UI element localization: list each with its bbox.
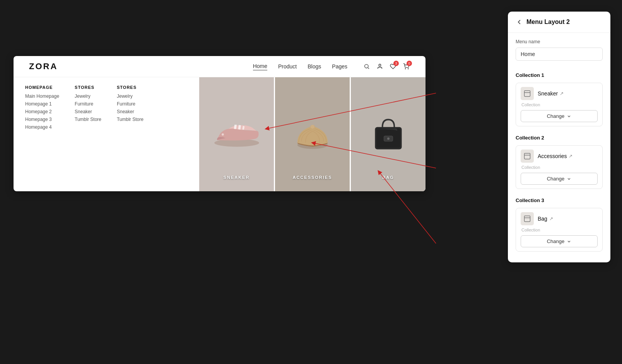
list-item[interactable]: Main Homepage [25, 94, 59, 99]
svg-point-6 [222, 133, 224, 136]
list-item[interactable]: Furniture [117, 101, 144, 107]
collection3-link-icon[interactable]: ↗ [549, 216, 553, 221]
list-item[interactable]: Homepage 1 [25, 101, 59, 107]
list-item[interactable]: Homepage 4 [25, 124, 59, 130]
svg-point-9 [311, 125, 314, 129]
collection3-card: Bag ↗ Collection Change [516, 208, 603, 252]
collection1-change-button[interactable]: Change [521, 110, 598, 122]
sneaker-collection-item[interactable]: SNEAKER [199, 77, 274, 191]
panel-back-button[interactable] [516, 19, 523, 26]
sidebar-stores1-heading: STORES [75, 85, 101, 90]
nav-pages[interactable]: Pages [332, 63, 347, 70]
collection2-thumb [521, 150, 534, 163]
bag-display [351, 77, 425, 191]
sidebar-col-homepage: HOMEPAGE Main Homepage Homepage 1 Homepa… [25, 85, 59, 184]
accessories-label: ACCESSORIES [292, 175, 332, 180]
panel-header: Menu Layout 2 [508, 12, 610, 33]
sidebar-homepage-list: Main Homepage Homepage 1 Homepage 2 Home… [25, 94, 59, 130]
list-item[interactable]: Furniture [75, 101, 101, 107]
panel-title: Menu Layout 2 [526, 19, 570, 26]
collection1-card-header: Sneaker ↗ [521, 87, 598, 100]
bag-collection-item[interactable]: BAG [351, 77, 425, 191]
collection1-section: Collection 1 Sneaker ↗ Collection Change [508, 67, 610, 126]
collection3-section: Collection 3 Bag ↗ Collection Change [508, 192, 610, 252]
collection3-change-button[interactable]: Change [521, 235, 598, 247]
cart-icon[interactable]: 0 [402, 63, 410, 70]
list-item[interactable]: Jewelry [117, 94, 144, 99]
store-sidebar: HOMEPAGE Main Homepage Homepage 1 Homepa… [14, 77, 199, 191]
list-item[interactable]: Tumblr Store [75, 117, 101, 122]
collection2-section: Collection 2 Accessories ↗ Collection Ch… [508, 129, 610, 189]
collection1-thumb [521, 87, 534, 100]
nav-home[interactable]: Home [253, 63, 267, 70]
sidebar-homepage-heading: HOMEPAGE [25, 85, 59, 90]
menu-name-input[interactable] [516, 48, 603, 61]
list-item[interactable]: Sneaker [117, 109, 144, 114]
nav-blogs[interactable]: Blogs [308, 63, 321, 70]
list-item[interactable]: Jewelry [75, 94, 101, 99]
store-header: ZORA Home Product Blogs Pages 3 0 [14, 56, 425, 77]
collection2-name: Accessories ↗ [538, 153, 572, 159]
svg-point-4 [408, 68, 408, 69]
collection2-link-icon[interactable]: ↗ [569, 153, 572, 159]
store-preview: ZORA Home Product Blogs Pages 3 0 [14, 56, 425, 191]
store-nav: Home Product Blogs Pages [253, 63, 347, 70]
store-icons: 3 0 [363, 63, 410, 70]
sidebar-stores2-list: Jewelry Furniture Sneaker Tumblr Store [117, 94, 144, 122]
sidebar-stores2-heading: STORES [117, 85, 144, 90]
collection3-thumb [521, 212, 534, 225]
account-icon[interactable] [376, 63, 384, 70]
svg-point-2 [379, 64, 381, 66]
collection2-sub-label: Collection [521, 165, 598, 170]
collection2-title: Collection 2 [516, 135, 603, 141]
collection2-card: Accessories ↗ Collection Change [516, 145, 603, 189]
collection2-change-button[interactable]: Change [521, 173, 598, 185]
wishlist-icon[interactable]: 3 [389, 63, 397, 70]
collection3-sub-label: Collection [521, 228, 598, 232]
bag-label: BAG [382, 175, 394, 180]
svg-rect-15 [525, 153, 530, 159]
list-item[interactable]: Sneaker [75, 109, 101, 114]
svg-rect-14 [525, 91, 530, 97]
menu-name-section: Menu name [508, 33, 610, 67]
collection1-card: Sneaker ↗ Collection Change [516, 83, 603, 126]
collection3-card-header: Bag ↗ [521, 212, 598, 225]
right-panel: Menu Layout 2 Menu name Collection 1 Sne… [508, 12, 610, 262]
svg-line-1 [368, 68, 369, 69]
svg-point-13 [387, 137, 389, 139]
store-logo: ZORA [29, 61, 58, 71]
sidebar-col-stores1: STORES Jewelry Furniture Sneaker Tumblr … [75, 85, 101, 184]
collection1-sub-label: Collection [521, 102, 598, 107]
sneaker-display [199, 77, 274, 191]
accessories-display [275, 77, 350, 191]
nav-product[interactable]: Product [278, 63, 297, 70]
svg-point-3 [405, 68, 405, 69]
menu-name-label: Menu name [516, 39, 603, 44]
collection2-card-header: Accessories ↗ [521, 150, 598, 163]
wishlist-badge: 3 [393, 61, 399, 66]
search-icon[interactable] [363, 63, 371, 70]
list-item[interactable]: Homepage 2 [25, 109, 59, 114]
store-body: HOMEPAGE Main Homepage Homepage 1 Homepa… [14, 77, 425, 191]
list-item[interactable]: Tumblr Store [117, 117, 144, 122]
collection3-title: Collection 3 [516, 197, 603, 203]
collection1-link-icon[interactable]: ↗ [560, 91, 564, 96]
cart-badge: 0 [407, 61, 412, 66]
collection3-name: Bag ↗ [538, 216, 553, 222]
sidebar-stores1-list: Jewelry Furniture Sneaker Tumblr Store [75, 94, 101, 122]
collection1-name: Sneaker ↗ [538, 90, 564, 97]
collection1-title: Collection 1 [516, 72, 603, 78]
svg-rect-16 [525, 216, 530, 222]
sidebar-col-stores2: STORES Jewelry Furniture Sneaker Tumblr … [117, 85, 144, 184]
accessories-collection-item[interactable]: ACCESSORIES [275, 77, 350, 191]
store-collections: SNEAKER [199, 77, 425, 191]
svg-point-0 [365, 65, 368, 68]
sneaker-label: SNEAKER [224, 175, 250, 180]
list-item[interactable]: Homepage 3 [25, 117, 59, 122]
